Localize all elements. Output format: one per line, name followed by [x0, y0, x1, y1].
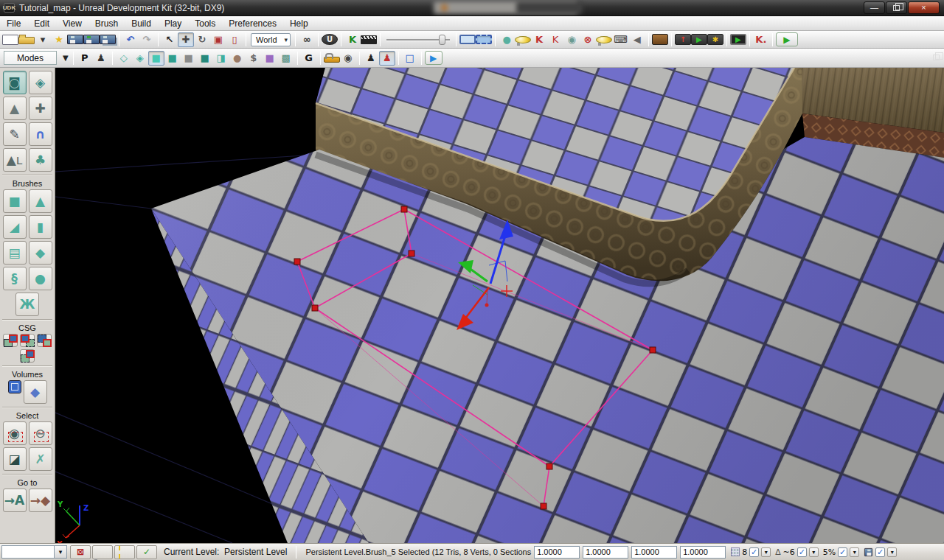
view-reflections-icon[interactable]: ▩ [278, 51, 294, 66]
save-button[interactable] [67, 35, 83, 44]
select-show-button[interactable]: ◉ [3, 421, 27, 445]
brush-wireframe-toggle[interactable] [459, 35, 476, 44]
autosave-toggle-checkbox[interactable]: ✓ [875, 547, 885, 557]
close-button[interactable]: × [908, 1, 940, 14]
modes-caption[interactable]: Modes▼ [4, 51, 69, 65]
remote-keyboard-toggle[interactable]: ⌨ [612, 32, 629, 47]
csg-intersect-button[interactable] [37, 334, 52, 347]
view-lit-icon[interactable]: ■ [164, 51, 181, 66]
open-map-button[interactable] [18, 37, 35, 44]
brush-cylinder[interactable]: ▮ [29, 215, 52, 239]
minimize-button[interactable]: — [864, 1, 885, 14]
rotation-grid-toggle-checkbox[interactable]: ✓ [797, 547, 807, 557]
mode-foliage[interactable]: ♣ [29, 148, 52, 172]
world-coord-select[interactable]: World▾ [251, 33, 291, 46]
mode-landscape[interactable]: ▲ʟ [3, 148, 27, 172]
brush-volumetric[interactable]: Ж [15, 293, 39, 316]
brush-stairs[interactable]: ▤ [3, 241, 27, 265]
brush-sphere[interactable]: ● [29, 267, 52, 290]
possess-pawn-red-button[interactable]: ♟ [379, 51, 395, 66]
restore-button[interactable] [886, 1, 907, 14]
drawscale-field-2[interactable] [583, 546, 628, 559]
save-as-button[interactable] [83, 35, 100, 44]
bulb-m-toggle[interactable] [596, 36, 612, 43]
scale-tool[interactable]: ▣ [210, 32, 226, 47]
new-map-button[interactable] [2, 35, 18, 45]
game-view-toggle[interactable]: G [301, 51, 317, 66]
select-hide-button[interactable]: ⊖ [29, 421, 52, 445]
menu-brush[interactable]: Brush [88, 17, 125, 30]
level-dropdown[interactable]: ▾ [1, 545, 67, 559]
mode-camera[interactable]: ◙ [3, 71, 27, 94]
menu-play[interactable]: Play [158, 17, 188, 30]
realtime-play-button[interactable]: ▶ [425, 51, 442, 65]
save-all-button[interactable] [100, 35, 116, 44]
hide-builder-brush-button[interactable]: ⊠ [70, 545, 91, 559]
volume-box-button[interactable] [8, 380, 21, 393]
mode-static-mesh[interactable]: ∩ [29, 122, 52, 146]
kill-lights-toggle[interactable]: ⊗ [580, 32, 596, 47]
restore-panes-button[interactable] [933, 55, 940, 60]
brush-curved-stairs[interactable]: ◢ [3, 215, 27, 239]
sphere-toggle[interactable]: ● [499, 32, 515, 47]
package-check-button[interactable]: ✓ [136, 545, 157, 559]
view-lightmap-density-icon[interactable]: ■ [262, 51, 278, 66]
drawscale-field-1[interactable] [534, 546, 580, 559]
select-tool[interactable]: ↖ [162, 32, 178, 47]
play-button[interactable]: ▶ [776, 32, 798, 46]
slider-thumb[interactable] [439, 35, 445, 45]
socket-snap-alt-icon[interactable]: K [547, 32, 563, 47]
view-cost-icon[interactable]: $ [246, 51, 262, 66]
csg-subtract-button[interactable] [20, 334, 35, 347]
redo-button[interactable]: ↷ [139, 32, 155, 47]
perspective-toggle[interactable]: P [77, 51, 93, 66]
maximize-viewport-toggle[interactable]: □ [402, 51, 418, 66]
view-unlit-icon[interactable]: ■ [148, 51, 164, 66]
undo-button[interactable]: ↶ [122, 32, 139, 47]
rotate-tool[interactable]: ↻ [194, 32, 210, 47]
mode-geometry[interactable]: ◈ [29, 71, 52, 94]
device-settings-button[interactable]: ✱ [707, 34, 723, 45]
scale-grid-toggle-checkbox[interactable]: ✓ [838, 547, 847, 557]
translate-tool[interactable]: ✚ [178, 32, 194, 47]
rotation-grid-toggle-dropdown[interactable]: ▾ [809, 547, 819, 557]
csg-deintersect-button[interactable] [20, 349, 35, 363]
select-none-button[interactable]: ✗ [29, 447, 52, 471]
content-browser-button[interactable]: U [322, 34, 338, 45]
menu-preferences[interactable]: Preferences [222, 17, 283, 30]
drawscale-field-4[interactable] [680, 546, 726, 559]
lock-viewport-button[interactable] [324, 57, 340, 63]
select-invert-button[interactable]: ◪ [3, 447, 27, 471]
kismet-button[interactable]: K [344, 32, 361, 47]
play-in-viewport-button[interactable]: ▶ [730, 34, 746, 45]
autosave-toggle-dropdown[interactable]: ▾ [887, 547, 897, 557]
scale-grid-toggle-dropdown[interactable]: ▾ [850, 547, 859, 557]
volume-sphere-button[interactable]: ◆ [24, 380, 47, 404]
mode-texture-align[interactable]: ✚ [29, 97, 52, 120]
paths-status-button[interactable] [114, 545, 135, 559]
deploy-device-button[interactable]: ↑ [675, 34, 691, 45]
camera-pawn-toggle[interactable]: ♟ [93, 51, 109, 66]
drag-grid-toggle-dropdown[interactable]: ▾ [761, 547, 771, 557]
play-on-device-button[interactable]: ▶ [691, 34, 707, 45]
perspective-viewport[interactable]: Z Y X [55, 68, 944, 543]
show-flags-eye-icon[interactable]: ◉ [340, 51, 356, 66]
view-lighting-only-icon[interactable]: ■ [197, 51, 213, 66]
drag-grid-toggle-checkbox[interactable]: ✓ [749, 547, 759, 557]
goto-actor-button[interactable]: →A [3, 489, 27, 512]
open-dropdown-arrow[interactable]: ▾ [35, 32, 51, 47]
brush-sheet[interactable]: ◆ [29, 241, 52, 265]
matinee-button[interactable] [361, 35, 377, 44]
favorites-star-icon[interactable]: ★ [51, 32, 67, 47]
view-wireframe-icon[interactable]: ◇ [116, 51, 132, 66]
goto-builder-brush-button[interactable]: →◆ [29, 489, 52, 512]
build-geometry-button[interactable] [652, 34, 668, 45]
level-dropdown-field[interactable] [1, 545, 55, 559]
brush-cube[interactable]: ■ [3, 189, 27, 213]
menu-help[interactable]: Help [283, 17, 315, 30]
drawscale-field-3[interactable] [631, 546, 677, 559]
view-texture-density-icon[interactable]: ◨ [213, 51, 229, 66]
kismet-debug-button[interactable]: K. [753, 32, 769, 47]
audio-toggle[interactable]: ◀ [629, 32, 645, 47]
bulb-status-button[interactable] [92, 545, 113, 559]
